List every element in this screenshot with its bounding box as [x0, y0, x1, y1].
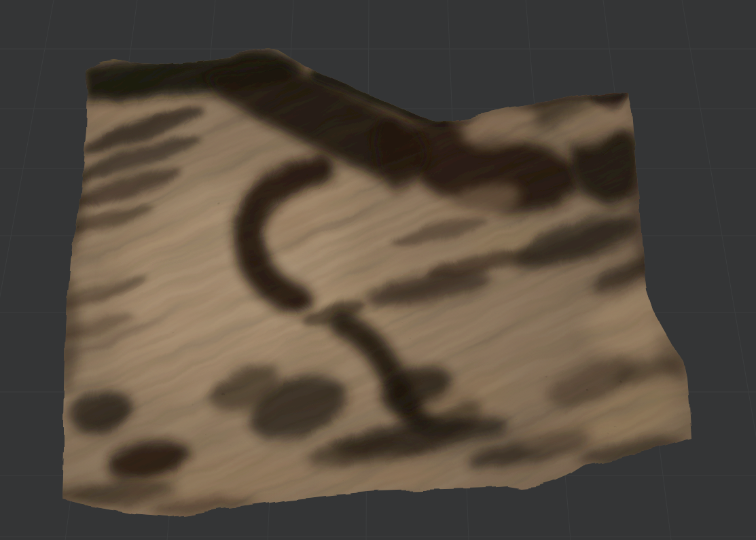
terrain-svg: [0, 0, 756, 540]
viewport-3d[interactable]: [0, 0, 756, 540]
terrain-shading: [0, 0, 756, 540]
terrain-mesh[interactable]: [0, 0, 756, 540]
